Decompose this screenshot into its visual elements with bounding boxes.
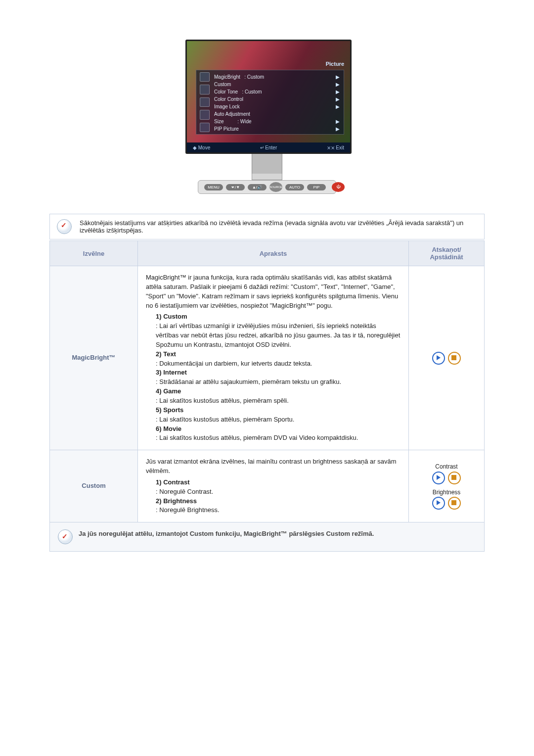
col-header-menu: Izvēlne bbox=[50, 241, 138, 266]
play-icon[interactable] bbox=[432, 497, 445, 510]
row-play-custom: Contrast Brightness bbox=[409, 450, 485, 522]
osd-icon bbox=[200, 110, 210, 119]
osd-footer: ◆ Move ↵ Enter ⨯⨯ Exit bbox=[187, 142, 350, 152]
pip-button[interactable]: PIP bbox=[307, 184, 326, 190]
play-icon[interactable] bbox=[432, 352, 445, 365]
source-button[interactable]: SOURCE bbox=[269, 182, 282, 192]
col-header-desc: Apraksts bbox=[138, 241, 409, 266]
osd-item: Color Control▶ bbox=[214, 95, 340, 103]
top-note: Sākotnējais iestatījums var atšķirties a… bbox=[49, 214, 485, 239]
osd-item: MagicBright : Custom▶ bbox=[214, 73, 340, 81]
footnote-text: Ja jūs noregulējat attēlu, izmantojot Cu… bbox=[79, 529, 374, 539]
play-icon[interactable] bbox=[432, 472, 445, 484]
stop-icon[interactable] bbox=[448, 497, 461, 510]
osd-screen: Picture MagicBright : Custom▶ Custom▶ Co… bbox=[185, 40, 352, 154]
osd-item: PIP Picture▶ bbox=[214, 125, 340, 133]
row-desc-magicbright: MagicBright™ ir jauna funkcija, kura rad… bbox=[138, 266, 409, 450]
col-header-play: Atskaņot/ Apstādināt bbox=[409, 241, 485, 266]
down-button[interactable]: ⏷/▼ bbox=[226, 184, 245, 190]
osd-icon bbox=[200, 97, 210, 107]
settings-table: Izvēlne Apraksts Atskaņot/ Apstādināt Ma… bbox=[49, 240, 485, 552]
osd-item: Custom▶ bbox=[214, 81, 340, 88]
table-row: MagicBright™ MagicBright™ ir jauna funkc… bbox=[50, 266, 485, 450]
row-name-magicbright: MagicBright™ bbox=[50, 266, 138, 450]
monitor-buttons: MENU ⏷/▼ ▲/🔊 SOURCE AUTO PIP ⏻ bbox=[198, 180, 336, 194]
row-play-magicbright bbox=[409, 266, 485, 450]
osd-title: Picture bbox=[326, 61, 344, 67]
top-note-text: Sākotnējais iestatījums var atšķirties a… bbox=[80, 219, 477, 234]
note-icon bbox=[58, 529, 73, 544]
brightness-label: Brightness bbox=[417, 488, 476, 497]
osd-icon bbox=[200, 85, 210, 94]
auto-button[interactable]: AUTO bbox=[285, 184, 304, 190]
osd-item: Color Tone : Custom▶ bbox=[214, 88, 340, 95]
up-button[interactable]: ▲/🔊 bbox=[248, 184, 267, 190]
osd-category-icons bbox=[198, 72, 211, 132]
contrast-label: Contrast bbox=[417, 463, 476, 471]
osd-icon bbox=[200, 123, 210, 132]
table-row: Custom Jūs varat izmantot ekrāna izvēlne… bbox=[50, 450, 485, 522]
note-icon bbox=[57, 219, 72, 234]
row-name-custom: Custom bbox=[50, 450, 138, 522]
osd-item: Image Lock▶ bbox=[214, 103, 340, 110]
stop-icon[interactable] bbox=[448, 472, 461, 484]
row-desc-custom: Jūs varat izmantot ekrāna izvēlnes, lai … bbox=[138, 450, 409, 522]
osd-item: Size : Wide▶ bbox=[214, 118, 340, 125]
stop-icon[interactable] bbox=[448, 352, 461, 365]
table-footnote-row: Ja jūs noregulējat attēlu, izmantojot Cu… bbox=[50, 522, 485, 552]
osd-item: Auto Adjustment bbox=[214, 110, 340, 118]
osd-icon bbox=[200, 72, 210, 82]
power-button[interactable]: ⏻ bbox=[332, 182, 345, 192]
menu-button[interactable]: MENU bbox=[204, 184, 223, 190]
monitor-illustration: Picture MagicBright : Custom▶ Custom▶ Co… bbox=[49, 40, 485, 194]
